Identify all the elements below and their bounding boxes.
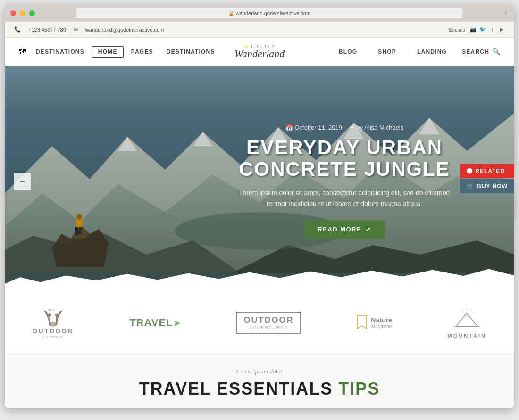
calendar-icon: 📅	[285, 124, 293, 131]
read-more-button[interactable]: READ MORE ↗	[304, 221, 384, 239]
arrow-left-icon: ←	[19, 177, 26, 186]
circle-icon	[467, 168, 472, 174]
travel-label: TRAVEL➤	[129, 317, 180, 329]
facebook-icon[interactable]: f	[489, 26, 495, 33]
section-subtitle: Lorem ipsum dolor	[5, 368, 514, 375]
email-address: wanderland@qodeinteractive.com	[85, 27, 164, 33]
address-bar[interactable]: 🔒 wanderland.qodeinteractive.com	[76, 8, 462, 18]
partner-nature: Nature Magazine	[357, 315, 392, 330]
search-icon[interactable]: 🔍	[492, 48, 500, 56]
hero-description: Lorem ipsum dolor sit amet, consectetur …	[231, 188, 458, 209]
url-text: wanderland.qodeinteractive.com	[236, 10, 310, 16]
arrow-icon: ↗	[365, 226, 371, 233]
svg-rect-14	[75, 227, 78, 235]
outdoor-adv-box: OUTDOOR ADVENTURES	[236, 312, 301, 334]
mountain-badge-svg	[452, 307, 482, 331]
section-title-green: TIPS	[338, 379, 380, 398]
hero-author: ✒ by Alisa Michaels	[350, 124, 403, 131]
phone-number: +123 45677 789	[28, 27, 66, 33]
hero-meta: 📅 October 11, 2019 ✒ by Alisa Michaels	[203, 124, 486, 131]
buy-now-button[interactable]: 🛒 BUY NOW	[460, 179, 514, 193]
nav-destinations[interactable]: DESTINATIONS	[161, 47, 221, 57]
nature-text: Nature Magazine	[371, 316, 392, 329]
svg-marker-18	[357, 316, 367, 329]
antler-svg: 2015	[40, 306, 66, 328]
hero-section: 📅 October 11, 2019 ✒ by Alisa Michaels E…	[5, 66, 514, 297]
logo[interactable]: ✨ Life is a Wanderland	[234, 44, 285, 59]
destinations-map-icon: 🗺	[19, 48, 26, 56]
nature-main: Nature	[371, 316, 392, 324]
outdoor-sublabel: Collection	[42, 335, 64, 339]
search-area[interactable]: SEARCH 🔍	[462, 48, 500, 56]
nav-blog[interactable]: BLOG	[333, 47, 363, 57]
svg-line-23	[459, 313, 460, 314]
section-below: Lorem ipsum dolor TRAVEL ESSENTIALS TIPS	[5, 354, 514, 408]
svg-point-13	[76, 214, 82, 220]
partner-outdoor-adv: OUTDOOR ADVENTURES	[236, 312, 301, 334]
hero-side-buttons: RELATED 🛒 BUY NOW	[460, 164, 514, 193]
nav-landing[interactable]: LANDING	[411, 47, 452, 57]
partner-outdoor: 2015 OUTDOOR Collection	[33, 306, 74, 339]
social-icons: 📷 🐦 f ▶	[470, 26, 505, 33]
outdoor-adv-main: OUTDOOR	[243, 315, 293, 325]
nav-pages[interactable]: PAGES	[126, 47, 159, 57]
mountain-label: MOUNTAIN	[448, 333, 486, 338]
hero-figure	[52, 210, 109, 269]
close-button[interactable]	[10, 10, 16, 16]
outdoor-label: OUTDOOR	[33, 328, 74, 335]
hero-content: 📅 October 11, 2019 ✒ by Alisa Michaels E…	[203, 124, 486, 239]
section-title: TRAVEL ESSENTIALS TIPS	[5, 379, 514, 399]
svg-text:2015: 2015	[48, 309, 55, 312]
socials-label: Socials	[449, 27, 465, 33]
top-bar-left: 📞 +123 45677 789 ✉ wanderland@qodeintera…	[14, 26, 164, 33]
section-title-black: TRAVEL ESSENTIALS	[139, 379, 333, 398]
maximize-button[interactable]	[29, 10, 35, 16]
nature-sub: Magazine	[371, 324, 392, 329]
email-icon: ✉	[74, 26, 78, 33]
svg-point-16	[49, 322, 57, 327]
new-tab-button[interactable]: +	[504, 8, 509, 18]
outdoor-adv-sub: ADVENTURES	[243, 325, 293, 330]
prev-slide-button[interactable]: ←	[14, 173, 31, 190]
bookmark-svg	[357, 315, 367, 330]
lock-icon: 🔒	[228, 11, 234, 16]
svg-line-20	[470, 309, 472, 311]
nav-home[interactable]: HOME	[92, 46, 124, 58]
svg-line-21	[473, 313, 475, 314]
hero-date: 📅 October 11, 2019	[285, 124, 342, 131]
partners-section: 2015 OUTDOOR Collection TRAVEL➤ OUTDOOR …	[5, 297, 514, 354]
instagram-icon[interactable]: 📷	[470, 26, 477, 33]
cart-icon: 🛒	[467, 183, 474, 189]
search-label[interactable]: SEARCH	[462, 49, 489, 55]
youtube-icon[interactable]: ▶	[498, 26, 505, 33]
nav-destinations-left[interactable]: DESTINATIONS	[30, 47, 90, 57]
phone-icon: 📞	[14, 26, 21, 33]
hero-title: EVERYDAY URBAN CONCRETE JUNGLE	[203, 137, 486, 180]
partner-travel: TRAVEL➤	[129, 317, 180, 329]
twitter-icon[interactable]: 🐦	[479, 26, 486, 33]
logo-text: Wanderland	[234, 49, 285, 59]
partner-mountain: MOUNTAIN	[448, 307, 486, 338]
top-bar-right: Socials 📷 🐦 f ▶	[449, 26, 505, 33]
nav-left: 🗺 DESTINATIONS HOME PAGES DESTINATIONS	[19, 46, 221, 58]
pen-icon: ✒	[350, 124, 355, 131]
nav-right: BLOG SHOP LANDING SEARCH 🔍	[333, 47, 500, 57]
nav-shop[interactable]: SHOP	[372, 47, 402, 57]
svg-line-22	[461, 309, 463, 311]
browser-titlebar: 🔒 wanderland.qodeinteractive.com +	[5, 5, 514, 22]
related-button[interactable]: RELATED	[460, 164, 514, 178]
minimize-button[interactable]	[20, 10, 25, 16]
nav-bar: 🗺 DESTINATIONS HOME PAGES DESTINATIONS ✨…	[5, 38, 514, 66]
top-bar: 📞 +123 45677 789 ✉ wanderland@qodeintera…	[5, 22, 514, 38]
